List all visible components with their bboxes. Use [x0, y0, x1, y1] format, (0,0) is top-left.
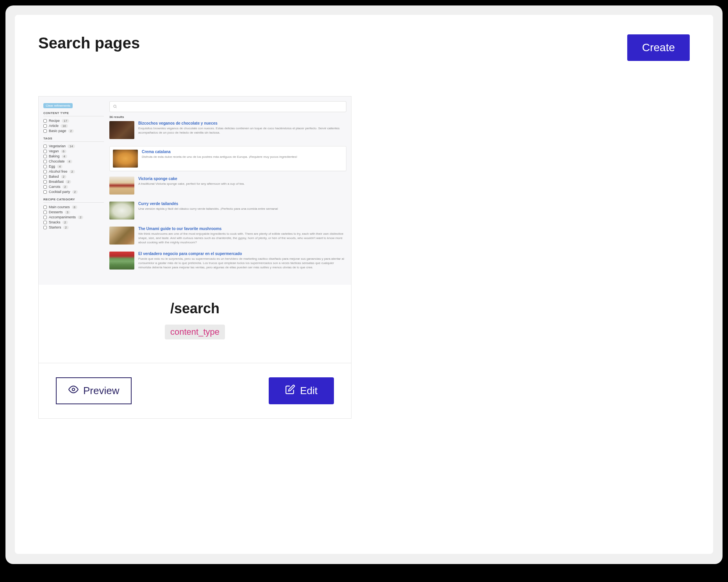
facet-label: Vegetarian: [49, 144, 66, 148]
result-description: A traditional Victoria sponge cake, perf…: [138, 182, 244, 186]
search-icon: [113, 103, 117, 110]
results-column: 36 results Bizcochos veganos de chocolat…: [109, 101, 346, 277]
facet-checkbox[interactable]: [43, 155, 47, 158]
result-item[interactable]: Crema catalanaDisfruta de esta dulce rec…: [109, 146, 346, 171]
facet-item[interactable]: Chocolate4: [43, 159, 104, 163]
facet-item[interactable]: Vegetarian14: [43, 144, 104, 148]
result-title[interactable]: El verdadero negocio para comprar en el …: [138, 252, 346, 256]
facet-count: 2: [78, 216, 83, 219]
facet-label: Baking: [49, 154, 60, 158]
facet-count: 17: [62, 119, 69, 123]
facet-item[interactable]: Accompaniments2: [43, 215, 104, 219]
result-thumbnail: [113, 150, 138, 168]
facet-checkbox[interactable]: [43, 190, 47, 194]
result-description: Puede que esto no le sorprenda, pero su …: [138, 257, 346, 270]
facet-checkbox[interactable]: [43, 129, 47, 133]
facet-checkbox[interactable]: [43, 150, 47, 153]
facet-checkbox[interactable]: [43, 211, 47, 214]
facet-item[interactable]: Vegan6: [43, 149, 104, 153]
clear-refinements-button[interactable]: Clear refinements: [43, 103, 73, 108]
facet-item[interactable]: Cocktail party2: [43, 190, 104, 194]
facet-count: 4: [67, 160, 72, 163]
result-body: Bizcochos veganos de chocolate y nuecesE…: [138, 121, 346, 139]
facet-group-title: TAGS: [43, 137, 104, 142]
result-title[interactable]: The Umami guide to our favorite mushroom…: [138, 227, 346, 231]
facet-checkbox[interactable]: [43, 180, 47, 184]
facet-item[interactable]: Basic page2: [43, 129, 104, 133]
facet-count: 2: [72, 190, 78, 194]
create-button[interactable]: Create: [627, 34, 690, 61]
facet-item[interactable]: Snacks2: [43, 220, 104, 224]
facet-checkbox[interactable]: [43, 145, 47, 148]
result-item[interactable]: Curry verde tailandésUna versión rápida …: [109, 202, 346, 220]
result-item[interactable]: The Umami guide to our favorite mushroom…: [109, 227, 346, 245]
facet-item[interactable]: Starters2: [43, 225, 104, 229]
result-thumbnail: [109, 252, 134, 270]
result-description: We think mushrooms are one of the most e…: [138, 232, 346, 245]
edit-icon: [285, 384, 295, 397]
card-actions: Preview Edit: [39, 363, 351, 418]
facet-count: 8: [72, 205, 77, 209]
facet-checkbox[interactable]: [43, 165, 47, 168]
facet-label: Snacks: [49, 220, 61, 224]
facet-checkbox[interactable]: [43, 185, 47, 189]
facet-count: 2: [62, 221, 68, 224]
facet-item[interactable]: Main courses8: [43, 205, 104, 209]
facets-sidebar: Clear refinements CONTENT TYPERecipe17Ar…: [43, 101, 104, 277]
eye-icon: [68, 384, 79, 397]
svg-line-1: [116, 107, 117, 108]
result-item[interactable]: Victoria sponge cakeA traditional Victor…: [109, 177, 346, 195]
result-thumbnail: [109, 227, 134, 245]
facet-item[interactable]: Carrots2: [43, 185, 104, 189]
facet-checkbox[interactable]: [43, 226, 47, 229]
result-body: The Umami guide to our favorite mushroom…: [138, 227, 346, 245]
result-item[interactable]: El verdadero negocio para comprar en el …: [109, 252, 346, 270]
search-input[interactable]: [109, 101, 346, 112]
edit-button[interactable]: Edit: [269, 377, 334, 404]
preview-button-label: Preview: [83, 385, 119, 397]
facet-label: Main courses: [49, 205, 70, 209]
result-body: Victoria sponge cakeA traditional Victor…: [138, 177, 244, 195]
search-page-card: Clear refinements CONTENT TYPERecipe17Ar…: [38, 96, 352, 419]
outer-frame: Search pages Create Clear refinements CO…: [5, 5, 723, 564]
preview-button[interactable]: Preview: [56, 377, 132, 404]
result-thumbnail: [109, 121, 134, 139]
facet-item[interactable]: Baking4: [43, 154, 104, 158]
facet-label: Recipe: [49, 119, 60, 123]
facet-checkbox[interactable]: [43, 124, 47, 128]
facet-checkbox[interactable]: [43, 221, 47, 224]
facet-item[interactable]: Article16: [43, 124, 104, 128]
facet-checkbox[interactable]: [43, 170, 47, 173]
facet-item[interactable]: Recipe17: [43, 119, 104, 123]
facet-label: Article: [49, 124, 59, 128]
facet-count: 2: [63, 226, 69, 229]
result-title[interactable]: Crema catalana: [142, 150, 297, 154]
facet-item[interactable]: Breakfast2: [43, 180, 104, 184]
facet-checkbox[interactable]: [43, 205, 47, 209]
facet-count: 14: [68, 145, 75, 148]
result-title[interactable]: Curry verde tailandés: [138, 202, 278, 206]
result-title[interactable]: Bizcochos veganos de chocolate y nueces: [138, 121, 346, 125]
facet-checkbox[interactable]: [43, 160, 47, 163]
svg-point-2: [72, 388, 75, 391]
result-description: Exquisitos brownies veganos de chocolate…: [138, 127, 346, 135]
facet-item[interactable]: Baked2: [43, 175, 104, 179]
result-thumbnail: [109, 202, 134, 220]
facet-item[interactable]: Egg4: [43, 164, 104, 168]
facet-label: Cocktail party: [49, 190, 70, 194]
facet-checkbox[interactable]: [43, 216, 47, 219]
facet-count: 2: [70, 170, 75, 173]
facet-label: Desserts: [49, 210, 63, 214]
facet-label: Vegan: [49, 149, 59, 153]
facet-count: 2: [62, 185, 68, 189]
facet-label: Egg: [49, 164, 55, 168]
facet-item[interactable]: Desserts3: [43, 210, 104, 214]
facet-checkbox[interactable]: [43, 175, 47, 179]
main-card: Search pages Create Clear refinements CO…: [15, 15, 713, 554]
facet-item[interactable]: Alcohol free2: [43, 170, 104, 173]
result-item[interactable]: Bizcochos veganos de chocolate y nuecesE…: [109, 121, 346, 139]
facet-checkbox[interactable]: [43, 119, 47, 123]
facet-count: 2: [61, 175, 66, 179]
result-title[interactable]: Victoria sponge cake: [138, 177, 244, 181]
facet-label: Basic page: [49, 129, 66, 133]
